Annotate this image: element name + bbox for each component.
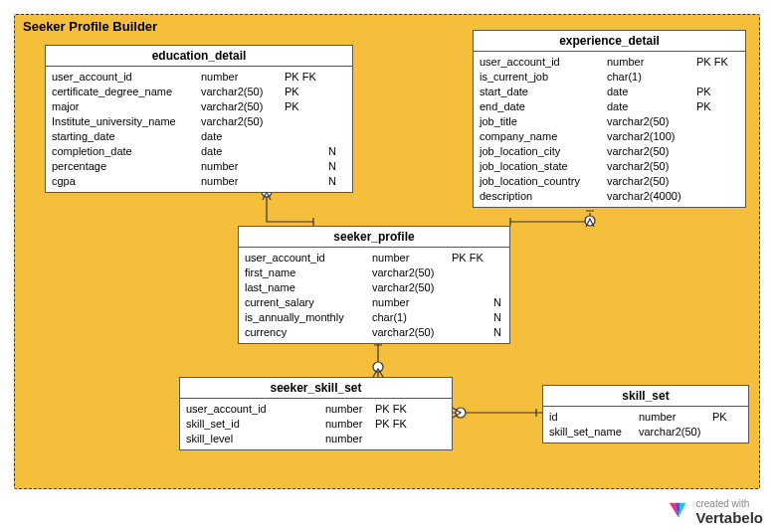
col-type: varchar2(50) (372, 280, 452, 294)
col-type: char(1) (607, 70, 696, 84)
col-name: is_annually_monthly (245, 310, 372, 324)
col-nullable (431, 402, 443, 416)
col-flags (712, 425, 738, 439)
col-name: job_location_city (480, 144, 607, 158)
col-nullable (736, 99, 748, 113)
col-flags (452, 310, 489, 324)
col-flags: PK FK (375, 417, 431, 431)
col-flags: PK FK (375, 402, 431, 416)
col-nullable: N (324, 159, 336, 173)
col-type: date (201, 144, 285, 158)
col-type: number (325, 417, 375, 431)
col-type: number (325, 402, 375, 416)
col-nullable (736, 114, 748, 128)
col-nullable (489, 251, 501, 265)
col-flags (696, 129, 736, 143)
column-row: currencyvarchar2(50)N (239, 324, 509, 339)
column-row: starting_datedate (46, 128, 352, 143)
col-nullable: N (324, 144, 336, 158)
col-type: varchar2(100) (607, 129, 696, 143)
col-name: job_location_state (480, 159, 607, 173)
col-nullable (738, 425, 750, 439)
col-name: percentage (52, 159, 201, 173)
entity-seeker-skill-set: seeker_skill_set user_account_idnumberPK… (179, 377, 453, 450)
col-nullable (324, 129, 336, 143)
col-flags (452, 295, 489, 309)
column-row: end_datedatePK (474, 98, 745, 113)
col-name: cgpa (52, 174, 201, 188)
col-nullable (324, 85, 336, 98)
column-row: cgpanumberN (46, 173, 352, 188)
entity-title: seeker_skill_set (180, 378, 452, 399)
col-flags (285, 114, 324, 128)
col-name: user_account_id (186, 402, 325, 416)
col-name: description (480, 189, 607, 203)
col-name: completion_date (52, 144, 201, 158)
attribution-brand: Vertabelo (695, 509, 763, 526)
col-name: skill_set_id (186, 417, 325, 431)
column-row: job_location_statevarchar2(50) (474, 158, 745, 173)
col-nullable (431, 417, 443, 431)
col-nullable (489, 266, 501, 279)
col-flags (452, 266, 489, 279)
column-row: user_account_idnumberPK FK (239, 250, 509, 265)
entity-title: skill_set (543, 386, 748, 407)
col-type: number (325, 432, 375, 445)
entity-rows: idnumberPKskill_set_namevarchar2(50) (543, 407, 748, 443)
col-name: is_current_job (480, 70, 607, 84)
col-nullable: N (489, 310, 501, 324)
col-type: varchar2(50) (372, 325, 452, 339)
entity-rows: user_account_idnumberPK FKcertificate_de… (46, 67, 352, 192)
col-nullable (324, 114, 336, 128)
column-row: skill_set_namevarchar2(50) (543, 424, 748, 439)
col-name: currency (245, 325, 372, 339)
column-row: certificate_degree_namevarchar2(50)PK (46, 84, 352, 98)
col-nullable (736, 189, 748, 203)
col-flags (285, 159, 324, 173)
attribution-prefix: created with (695, 498, 763, 509)
col-type: varchar2(50) (639, 425, 712, 439)
col-flags (285, 129, 324, 143)
vertabelo-logo-icon (668, 501, 689, 523)
column-row: job_location_cityvarchar2(50) (474, 143, 745, 158)
svg-point-1 (585, 216, 595, 226)
col-nullable (736, 129, 748, 143)
col-name: id (549, 410, 639, 424)
col-nullable: N (489, 325, 501, 339)
col-type: varchar2(50) (607, 174, 696, 188)
col-name: user_account_id (480, 55, 607, 69)
entity-skill-set: skill_set idnumberPKskill_set_namevarcha… (542, 385, 749, 443)
col-name: company_name (480, 129, 607, 143)
col-name: job_title (480, 114, 607, 128)
column-row: majorvarchar2(50)PK (46, 98, 352, 113)
col-nullable (736, 85, 748, 98)
column-row: completion_datedateN (46, 143, 352, 158)
col-flags: PK (285, 85, 324, 98)
column-row: is_annually_monthlychar(1)N (239, 309, 509, 324)
col-flags: PK (712, 410, 738, 424)
col-nullable (736, 55, 748, 69)
col-nullable: N (324, 174, 336, 188)
col-flags: PK (696, 99, 736, 113)
entity-rows: user_account_idnumberPK FKskill_set_idnu… (180, 399, 452, 449)
col-flags: PK (285, 99, 324, 113)
col-type: varchar2(4000) (607, 189, 696, 203)
col-name: skill_set_name (549, 425, 639, 439)
col-type: date (607, 99, 696, 113)
col-name: first_name (245, 266, 372, 279)
col-name: last_name (245, 280, 372, 294)
col-flags (285, 174, 324, 188)
column-row: skill_set_idnumberPK FK (180, 416, 452, 431)
col-flags (696, 189, 736, 203)
column-row: start_datedatePK (474, 84, 745, 98)
column-row: descriptionvarchar2(4000) (474, 188, 745, 203)
column-row: user_account_idnumberPK FK (46, 69, 352, 84)
col-type: varchar2(50) (201, 85, 285, 98)
entity-rows: user_account_idnumberPK FKfirst_namevarc… (239, 248, 509, 343)
col-type: number (372, 295, 452, 309)
col-type: varchar2(50) (607, 159, 696, 173)
col-nullable (431, 432, 443, 445)
col-type: number (639, 410, 712, 424)
entity-title: education_detail (46, 46, 352, 67)
col-type: varchar2(50) (372, 266, 452, 279)
